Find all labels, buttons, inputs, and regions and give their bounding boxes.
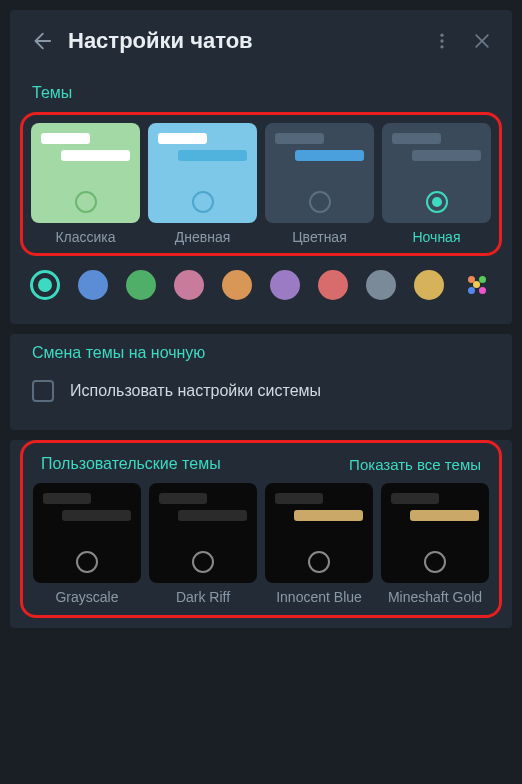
accent-gray[interactable] [366, 270, 396, 300]
custom-theme-darkriff[interactable]: Dark Riff [149, 483, 257, 605]
custom-theme-innocent[interactable]: Innocent Blue [265, 483, 373, 605]
accent-custom[interactable] [462, 270, 492, 300]
theme-night[interactable]: Ночная [382, 123, 491, 245]
theme-tinted[interactable]: Цветная [265, 123, 374, 245]
svg-point-1 [440, 39, 443, 42]
custom-themes-highlight: Пользовательские темы Показать все темы … [20, 440, 502, 618]
theme-label: Цветная [292, 229, 346, 245]
theme-label: Dark Riff [176, 589, 230, 605]
custom-theme-grayscale[interactable]: Grayscale [33, 483, 141, 605]
theme-label: Классика [55, 229, 115, 245]
accent-green[interactable] [126, 270, 156, 300]
checkbox-label: Использовать настройки системы [70, 382, 321, 400]
accent-orange[interactable] [222, 270, 252, 300]
accent-purple[interactable] [270, 270, 300, 300]
theme-classic[interactable]: Классика [31, 123, 140, 245]
theme-label: Innocent Blue [276, 589, 362, 605]
close-icon[interactable] [472, 31, 492, 51]
custom-theme-gold[interactable]: Mineshaft Gold [381, 483, 489, 605]
header: Настройки чатов [10, 10, 512, 72]
accent-teal[interactable] [30, 270, 60, 300]
more-icon[interactable] [432, 31, 452, 51]
back-icon[interactable] [30, 30, 52, 52]
accent-pink[interactable] [174, 270, 204, 300]
checkbox-icon [32, 380, 54, 402]
theme-label: Ночная [413, 229, 461, 245]
themes-highlight: Классика Дневная Цветная Ночная [20, 112, 502, 256]
theme-label: Mineshaft Gold [388, 589, 482, 605]
accent-red[interactable] [318, 270, 348, 300]
theme-day[interactable]: Дневная [148, 123, 257, 245]
night-mode-title: Смена темы на ночную [32, 344, 490, 362]
show-all-themes-link[interactable]: Показать все темы [349, 456, 481, 473]
accent-colors-row [10, 256, 512, 314]
svg-point-0 [440, 34, 443, 37]
theme-label: Grayscale [55, 589, 118, 605]
svg-point-2 [440, 45, 443, 48]
accent-blue[interactable] [78, 270, 108, 300]
page-title: Настройки чатов [68, 28, 412, 54]
custom-themes-title: Пользовательские темы [41, 455, 221, 473]
accent-yellow[interactable] [414, 270, 444, 300]
themes-title: Темы [10, 72, 512, 112]
theme-label: Дневная [175, 229, 231, 245]
use-system-settings-row[interactable]: Использовать настройки системы [32, 380, 490, 402]
